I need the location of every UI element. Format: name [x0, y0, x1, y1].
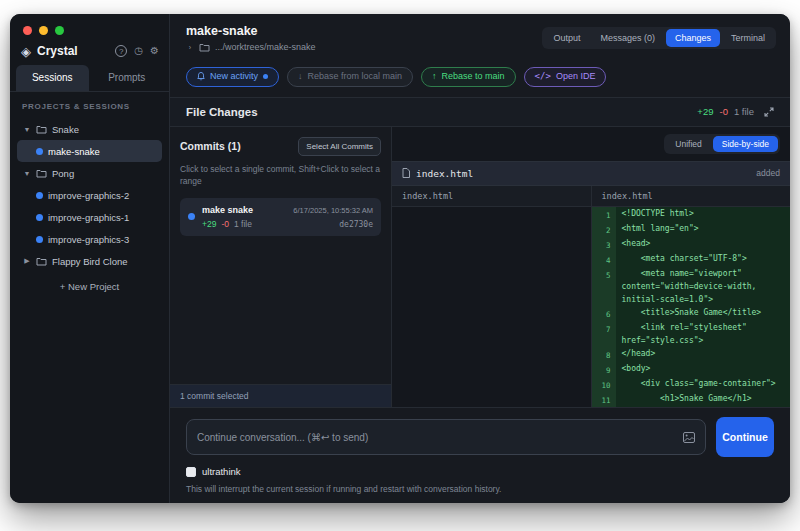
projects-section-label: PROJECTS & SESSIONS [10, 92, 169, 118]
commits-panel: Commits (1) Select All Commits Click to … [170, 127, 392, 407]
diff-file-status: added [756, 168, 780, 178]
diff-new-file-header: index.html [592, 186, 791, 206]
file-changes-bar: File Changes +29 -0 1 file [170, 97, 790, 127]
session-actions: New activity ↓ Rebase from local main ↑ … [170, 60, 790, 97]
view-tabs: Output Messages (0) Changes Terminal [542, 27, 776, 49]
diff-line: 4 <meta charset="UTF-8"> [592, 252, 791, 267]
file-count: 1 file [734, 106, 754, 117]
session-status-dot [36, 148, 43, 155]
project-pong[interactable]: ▼ Pong [17, 162, 162, 184]
diff-line: 10 <div class="game-container"> [592, 377, 791, 392]
arrow-down-icon: ↓ [298, 72, 303, 81]
diff-file-name: index.html [416, 168, 473, 179]
commits-title: Commits (1) [180, 140, 241, 152]
diff-body: 1<!DOCTYPE html> 2<html lang="en"> 3<hea… [392, 207, 790, 407]
commit-file-count: 1 file [234, 219, 252, 229]
attach-image-icon[interactable] [683, 432, 695, 443]
side-by-side-view-button[interactable]: Side-by-side [713, 136, 778, 152]
main-panel: make-snake › .../worktrees/make-snake Ou… [170, 14, 790, 503]
tab-changes[interactable]: Changes [666, 29, 720, 47]
ultrathink-checkbox[interactable] [186, 467, 196, 477]
commit-additions: +29 [202, 219, 216, 229]
project-snake[interactable]: ▼ Snake [17, 118, 162, 140]
commit-status-dot [188, 213, 195, 220]
session-make-snake[interactable]: make-snake [17, 140, 162, 162]
message-input-wrap [186, 419, 706, 455]
tab-output[interactable]: Output [544, 29, 589, 47]
activity-indicator-dot [263, 74, 268, 79]
diff-old-file-header: index.html [392, 186, 592, 206]
rebase-to-main-button[interactable]: ↑ Rebase to main [421, 67, 516, 87]
ultrathink-label: ultrathink [202, 466, 241, 477]
tab-prompts[interactable]: Prompts [91, 65, 164, 91]
crystal-logo-icon: ◈ [21, 45, 31, 58]
settings-gear-icon[interactable]: ⚙ [150, 45, 159, 57]
diff-line: 11 <h1>Snake Game</h1> [592, 392, 791, 407]
app-window: ◈ Crystal ? ◷ ⚙ Sessions Prompts PROJECT… [10, 14, 790, 503]
tab-sessions[interactable]: Sessions [16, 65, 89, 91]
deletions-count: -0 [719, 106, 727, 117]
diff-line: 7 <link rel="stylesheet" href="style.css… [592, 321, 791, 347]
composer: Continue ultrathink This will interrupt … [170, 407, 790, 503]
file-changes-title: File Changes [186, 106, 697, 118]
expand-icon[interactable] [764, 107, 774, 117]
close-window-button[interactable] [23, 26, 32, 35]
help-icon[interactable]: ? [115, 45, 127, 57]
tab-terminal[interactable]: Terminal [722, 29, 774, 47]
continue-button[interactable]: Continue [716, 417, 774, 457]
folder-icon [199, 43, 210, 52]
commit-select-hint: Click to select a single commit, Shift+C… [170, 164, 391, 188]
bell-icon [197, 72, 205, 81]
commit-hash: de2730e [339, 220, 373, 229]
diff-old-side [392, 207, 592, 407]
project-flappy-bird-clone[interactable]: ▶ Flappy Bird Clone [17, 250, 162, 272]
interrupt-warning-text: This will interrupt the current session … [186, 484, 774, 494]
additions-count: +29 [697, 106, 713, 117]
diff-line: 1<!DOCTYPE html> [592, 207, 791, 222]
diff-line: 8</head> [592, 347, 791, 362]
code-icon: </> [535, 72, 551, 81]
commits-selected-status: 1 commit selected [170, 384, 391, 407]
file-icon [402, 168, 410, 178]
diff-view-toggle: Unified Side-by-side [664, 134, 780, 154]
diff-line: 5 <meta name="viewport" content="width=d… [592, 267, 791, 306]
session-improve-graphics-3[interactable]: improve-graphics-3 [17, 228, 162, 250]
new-project-button[interactable]: + New Project [10, 281, 169, 292]
chevron-down-icon: ▼ [23, 126, 31, 133]
tab-messages[interactable]: Messages (0) [591, 29, 664, 47]
app-name: Crystal [37, 44, 109, 58]
session-status-dot [36, 214, 43, 221]
new-activity-button[interactable]: New activity [186, 67, 279, 87]
message-input[interactable] [197, 432, 675, 443]
session-header: make-snake › .../worktrees/make-snake Ou… [170, 14, 790, 60]
arrow-up-icon: ↑ [432, 72, 437, 81]
commit-timestamp: 6/17/2025, 10:55:32 AM [293, 206, 373, 215]
zoom-window-button[interactable] [55, 26, 64, 35]
chevron-down-icon: ▼ [23, 170, 31, 177]
chevron-right-icon: ▶ [23, 257, 31, 265]
select-all-commits-button[interactable]: Select All Commits [298, 137, 381, 156]
worktree-path: .../worktrees/make-snake [215, 42, 316, 52]
session-status-dot [36, 236, 43, 243]
commit-item[interactable]: make snake 6/17/2025, 10:55:32 AM +29 -0… [180, 198, 381, 236]
commit-message: make snake [202, 205, 253, 215]
commit-deletions: -0 [221, 219, 229, 229]
folder-icon [36, 257, 47, 266]
sidebar: ◈ Crystal ? ◷ ⚙ Sessions Prompts PROJECT… [10, 14, 170, 503]
rebase-from-main-button[interactable]: ↓ Rebase from local main [287, 67, 413, 87]
folder-icon [36, 125, 47, 134]
project-tree: ▼ Snake make-snake ▼ Pong improve-graphi… [10, 118, 169, 272]
unified-view-button[interactable]: Unified [666, 136, 710, 152]
open-ide-button[interactable]: </> Open IDE [524, 67, 607, 87]
diff-line: 2<html lang="en"> [592, 222, 791, 237]
folder-icon [36, 169, 47, 178]
diff-new-side: 1<!DOCTYPE html> 2<html lang="en"> 3<hea… [592, 207, 791, 407]
session-improve-graphics-2[interactable]: improve-graphics-2 [17, 184, 162, 206]
session-improve-graphics-1[interactable]: improve-graphics-1 [17, 206, 162, 228]
diff-line: 6 <title>Snake Game</title> [592, 306, 791, 321]
minimize-window-button[interactable] [39, 26, 48, 35]
diff-file-header[interactable]: index.html added [392, 161, 790, 186]
diff-line: 3<head> [592, 237, 791, 252]
session-status-dot [36, 192, 43, 199]
history-icon[interactable]: ◷ [134, 45, 143, 57]
